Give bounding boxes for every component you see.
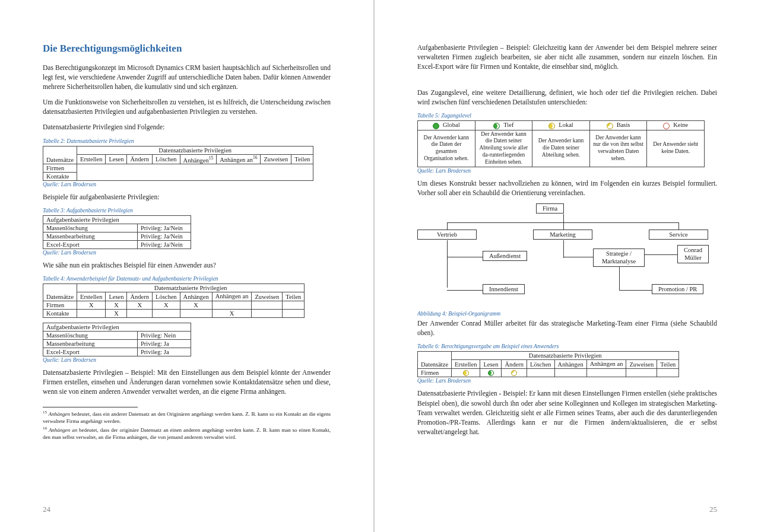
- paragraph: Beispiele für aufgabenbasierte Privilegi…: [43, 192, 331, 202]
- section-heading: Die Berechtigungsmöglichkeiten: [43, 43, 331, 55]
- priv-read-icon: [488, 370, 494, 376]
- org-aussendienst: Außendienst: [483, 251, 527, 261]
- paragraph: Der Anwender Conrad Müller arbeitet für …: [417, 318, 717, 337]
- table-caption: Tabelle 4: Anwenderbeispiel für Datensat…: [43, 276, 331, 282]
- paragraph: Datensatzbasierte Privilegien sind Folge…: [43, 122, 331, 132]
- table-caption: Tabelle 2: Datensatzbasierte Privilegien: [43, 138, 331, 144]
- org-firma: Firma: [536, 203, 564, 214]
- table-source: Quelle: Lars Brodersen: [417, 168, 717, 174]
- table-example-task: Aufgabenbasierte Privilegien Massenlösch…: [43, 323, 191, 356]
- level-global-icon: [433, 123, 439, 129]
- org-chart: Firma Vertrieb Marketing Service Außendi…: [417, 203, 702, 307]
- table-source: Quelle: Lars Brodersen: [43, 181, 331, 187]
- table-datensatz-privileges: Datensätze Datensatzbasierte Privilegien…: [43, 146, 313, 181]
- table-access-levels: Global Tief Lokal Basis Keine Der Anwend…: [417, 120, 705, 167]
- table-user-example: Datensätze Datensatzbasierte Privilegien…: [417, 351, 679, 377]
- org-marketing: Marketing: [533, 230, 592, 240]
- level-local-icon: [548, 123, 555, 129]
- footnote-separator: [43, 407, 138, 407]
- org-innendienst: Innendienst: [483, 284, 525, 294]
- table-task-privileges: Aufgabenbasierte Privilegien Massenlösch…: [43, 215, 191, 249]
- level-deep-icon: [493, 123, 500, 129]
- table-caption: Tabelle 3: Aufgabenbasierte Privilegien: [43, 208, 331, 214]
- table-caption: Tabelle 6: Berechtigungsvergabe am Beisp…: [417, 343, 717, 349]
- paragraph: Um dieses Konstrukt besser nachvollziehe…: [417, 179, 717, 197]
- page-24: Die Berechtigungsmöglichkeiten Das Berec…: [0, 0, 375, 532]
- paragraph: Das Zugangslevel, eine weitere Detaillie…: [417, 88, 717, 107]
- table-source: Quelle: Lars Brodersen: [417, 378, 717, 384]
- table-caption: Tabelle 5: Zugangslevel: [417, 113, 717, 119]
- paragraph: Aufgabenbasierte Privilegien – Beispiel:…: [417, 43, 717, 71]
- paragraph: Um die Funktionsweise von Sicherheitsrol…: [43, 97, 331, 116]
- paragraph: Datensatzbasierte Privilegien - Beispiel…: [417, 388, 717, 436]
- table-source: Quelle: Lars Brodersen: [43, 250, 331, 256]
- page-25: Aufgabenbasierte Privilegien – Beispiel:…: [375, 0, 760, 532]
- paragraph: Wie sähe nun ein praktisches Beispiel fü…: [43, 260, 331, 270]
- level-basis-icon: [607, 123, 613, 129]
- level-none-icon: [663, 123, 670, 129]
- org-promotion: Promotion / PR: [652, 284, 703, 294]
- footnote-16: 16 Anhängen an bedeutet, dass der origin…: [43, 426, 331, 441]
- table-source: Quelle: Lars Brodersen: [43, 357, 331, 363]
- priv-create-icon: [463, 370, 469, 376]
- org-strategie: Strategie / Marktanalyse: [593, 249, 645, 267]
- table-example-datensatz: Datensätze Datensatzbasierte Privilegien…: [43, 283, 305, 318]
- org-conrad: Conrad Müller: [677, 245, 709, 263]
- figure-caption: Abbildung 4: Beispiel-Organigramm: [417, 311, 717, 317]
- paragraph: Datensatzbasierte Privilegien – Beispiel…: [43, 368, 331, 396]
- footnote-15: 15 Anhängen bedeutet, dass ein anderer D…: [43, 410, 331, 425]
- paragraph: Das Berechtigungskonzept im Microsoft Dy…: [43, 63, 331, 91]
- org-vertrieb: Vertrieb: [417, 230, 477, 240]
- two-page-spread: Die Berechtigungsmöglichkeiten Das Berec…: [0, 0, 761, 532]
- org-service: Service: [649, 230, 708, 240]
- priv-edit-icon: [511, 370, 517, 376]
- page-number: 24: [43, 505, 50, 514]
- page-number: 25: [709, 505, 717, 514]
